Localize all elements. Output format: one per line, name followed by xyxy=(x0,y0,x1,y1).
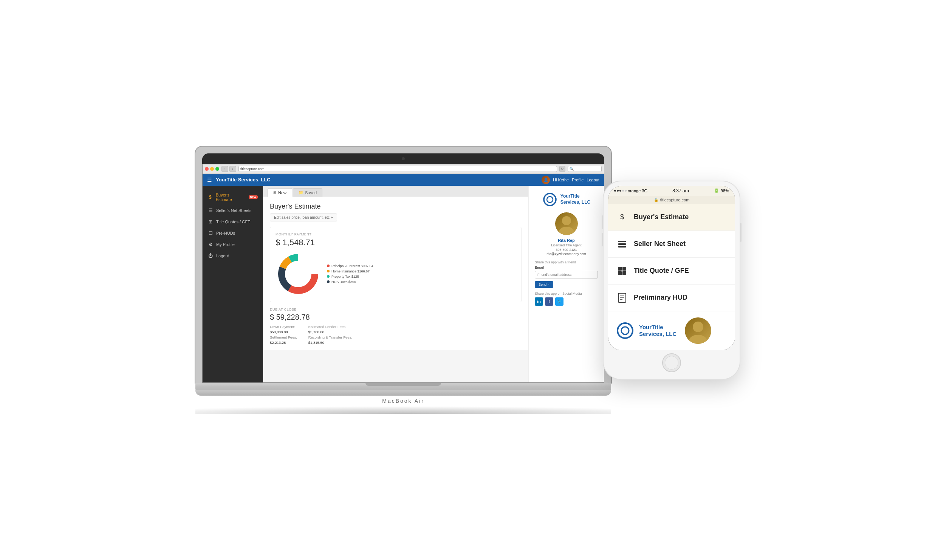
forward-button[interactable]: › xyxy=(229,166,236,172)
agent-photo xyxy=(555,212,578,235)
facebook-icon[interactable]: f xyxy=(545,297,553,306)
svg-rect-13 xyxy=(618,271,622,275)
legend-dot-hoa xyxy=(327,280,330,283)
iphone-agent-avatar xyxy=(685,317,711,344)
svg-point-6 xyxy=(562,216,571,225)
due-details: Down Payment: $50,000.00 Settlement Fees… xyxy=(270,325,522,345)
due-col-1: Down Payment: $50,000.00 Settlement Fees… xyxy=(270,325,297,345)
close-button[interactable] xyxy=(205,167,209,171)
back-button[interactable]: ‹ xyxy=(221,166,228,172)
social-label: Share this app on Social Media xyxy=(535,292,598,295)
sidebar-item-pre-huds[interactable]: ☐ Pre-HUDs xyxy=(203,227,263,239)
search-bar[interactable]: 🔍 xyxy=(568,166,602,172)
iphone-company-name: YourTitle Services, LLC xyxy=(639,324,676,337)
sidebar-item-title-quotes[interactable]: ⊞ Title Quotes / GFE xyxy=(203,216,263,227)
sidebar-item-buyers-estimate[interactable]: $ Buyer's Estimate NEW xyxy=(203,190,263,205)
iphone-menu-preliminary-hud[interactable]: Preliminary HUD xyxy=(608,285,735,311)
sidebar: $ Buyer's Estimate NEW ☰ Seller's Net Sh… xyxy=(203,186,263,382)
iphone: orange 3G 8:37 am 🔋 98% 🔒 titlecapture.c… xyxy=(604,181,740,379)
iphone-body: orange 3G 8:37 am 🔋 98% 🔒 titlecapture.c… xyxy=(604,181,740,379)
due-col-2: Estimated Lender Fees: $5,700.00 Recordi… xyxy=(308,325,352,345)
iphone-url-text: titlecapture.com xyxy=(660,198,690,202)
sidebar-item-sellers-net[interactable]: ☰ Seller's Net Sheets xyxy=(203,205,263,216)
volume-up-button[interactable] xyxy=(602,215,603,229)
donut-area: Principal & Interest $907.04 Home Insura… xyxy=(276,251,516,297)
content-tabs: ⊞ New 📁 Saved xyxy=(263,186,528,197)
iphone-label-buyers-estimate: Buyer's Estimate xyxy=(634,213,689,221)
macbook: ‹ › titlecapture.com ↻ 🔍 ☰ YourTitle Ser… xyxy=(195,147,611,414)
logout-link[interactable]: Logout xyxy=(587,178,599,182)
iphone-menu-seller-net[interactable]: Seller Net Sheet xyxy=(608,231,735,258)
due-value-settlement: $2,213.28 xyxy=(270,340,297,345)
signal-dots xyxy=(614,190,627,192)
lock-icon: 🔒 xyxy=(654,198,658,202)
sidebar-item-my-profile[interactable]: ⚙ My Profile xyxy=(203,239,263,250)
due-value-recording: $1,315.50 xyxy=(308,340,352,345)
svg-point-7 xyxy=(559,227,574,235)
edit-bar[interactable]: Edit sales price, loan amount, etc » xyxy=(270,213,337,221)
svg-point-21 xyxy=(693,322,703,332)
iphone-logo-section: YourTitle Services, LLC xyxy=(608,311,735,350)
sidebar-label-pre-huds: Pre-HUDs xyxy=(216,231,235,235)
macbook-screen-outer: ‹ › titlecapture.com ↻ 🔍 ☰ YourTitle Ser… xyxy=(195,147,611,383)
due-label-recording: Recording & Transfer Fees: xyxy=(308,335,352,339)
macbook-bottom xyxy=(195,383,611,390)
scene: ‹ › titlecapture.com ↻ 🔍 ☰ YourTitle Ser… xyxy=(0,0,935,560)
svg-point-4 xyxy=(544,193,556,206)
grid-icon: ⊞ xyxy=(208,219,213,224)
agent-name: Rita Rep xyxy=(558,238,575,243)
sidebar-label-buyers-estimate: Buyer's Estimate xyxy=(216,193,244,202)
minimize-button[interactable] xyxy=(210,167,214,171)
svg-rect-12 xyxy=(622,267,626,271)
macbook-hinge xyxy=(365,383,441,386)
monthly-payment-section: MONTHLY PAYMENT $ 1,548.71 xyxy=(270,227,522,302)
due-value-lender: $5,700.00 xyxy=(308,330,352,334)
iphone-label-seller-net: Seller Net Sheet xyxy=(634,240,686,248)
legend-item-tax: Property Tax $125 xyxy=(327,275,373,278)
maximize-button[interactable] xyxy=(215,167,219,171)
profile-link[interactable]: Profile xyxy=(572,178,584,182)
tab-new-label: New xyxy=(278,190,286,195)
due-label-lender: Estimated Lender Fees: xyxy=(308,325,352,329)
send-button[interactable]: Send » xyxy=(535,281,553,288)
status-left: orange 3G xyxy=(614,189,647,193)
folder-tab-icon: 📁 xyxy=(299,190,303,195)
legend-item-insurance: Home Insurance $166.67 xyxy=(327,269,373,273)
home-button[interactable] xyxy=(662,353,681,372)
twitter-icon[interactable]: 🐦 xyxy=(555,297,563,306)
hamburger-icon[interactable]: ☰ xyxy=(207,177,212,183)
page-title: Buyer's Estimate xyxy=(270,203,522,210)
tab-saved[interactable]: 📁 Saved xyxy=(293,188,322,197)
new-badge: NEW xyxy=(249,195,258,199)
signal-dot-2 xyxy=(617,190,619,192)
refresh-button[interactable]: ↻ xyxy=(559,166,565,172)
power-button[interactable] xyxy=(740,223,741,242)
share-email-input[interactable] xyxy=(535,271,598,278)
iphone-label-preliminary-hud: Preliminary HUD xyxy=(634,294,687,302)
svg-rect-14 xyxy=(622,271,626,275)
tab-saved-label: Saved xyxy=(305,190,317,195)
address-text: titlecapture.com xyxy=(240,167,265,171)
sidebar-label-logout: Logout xyxy=(216,254,229,258)
legend-item-hoa: HOA Dues $350 xyxy=(327,280,373,284)
home-button-inner xyxy=(665,356,678,370)
sidebar-item-logout[interactable]: ⏻ Logout xyxy=(203,250,263,261)
linkedin-icon[interactable]: in xyxy=(535,297,543,306)
layers-icon-svg xyxy=(617,239,627,249)
tab-new[interactable]: ⊞ New xyxy=(268,188,292,197)
iphone-menu-buyers-estimate[interactable]: $ Buyer's Estimate xyxy=(608,204,735,231)
greeting-text: Hi Kethe xyxy=(553,178,569,182)
iphone-menu-title-quote[interactable]: Title Quote / GFE xyxy=(608,258,735,285)
right-panel: YourTitle Services, LLC Rita Rep Licen xyxy=(528,186,604,382)
svg-rect-10 xyxy=(618,246,626,248)
browser-chrome: ‹ › titlecapture.com ↻ 🔍 xyxy=(203,164,604,174)
list-icon: ☰ xyxy=(208,208,213,213)
share-email-label: Email xyxy=(535,266,598,269)
app-title: YourTitle Services, LLC xyxy=(216,177,542,183)
volume-down-button[interactable] xyxy=(602,233,603,246)
due-label-settlement: Settlement Fees: xyxy=(270,335,297,339)
address-bar[interactable]: titlecapture.com xyxy=(238,166,557,172)
legend-label-hoa: HOA Dues $350 xyxy=(331,280,356,284)
share-section: Share this app with a friend Email Send … xyxy=(535,260,598,306)
content-wrapper: ⊞ New 📁 Saved Buyer's Estimate xyxy=(263,186,604,382)
